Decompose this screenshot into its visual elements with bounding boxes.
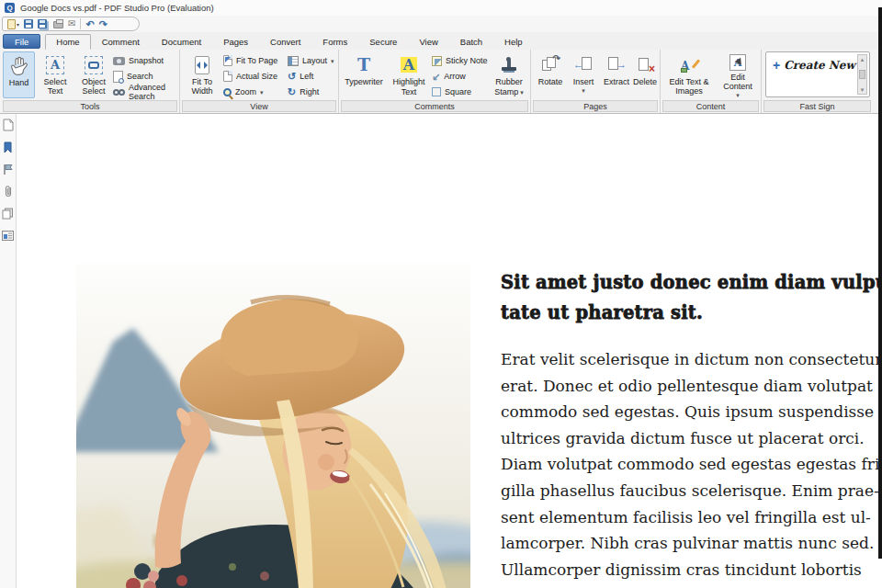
undo-button[interactable]: ↶ <box>85 17 94 30</box>
tab-view[interactable]: View <box>408 34 448 50</box>
snapshot-icon <box>113 57 125 65</box>
paperclip-icon <box>4 185 13 198</box>
layout-button[interactable]: Layout▾ <box>288 54 334 67</box>
screen-edge-strip <box>878 7 882 559</box>
rotate-right-button[interactable]: ↻Right <box>288 85 334 98</box>
group-label-fastsign: Fast Sign <box>763 100 871 112</box>
tab-help[interactable]: Help <box>493 34 534 50</box>
rotate-right-icon: ↻ <box>288 87 296 97</box>
group-label-pages: Pages <box>533 100 658 112</box>
rotate-pages-button[interactable]: ↷ Rotate <box>535 51 566 98</box>
zoom-button[interactable]: Zoom▾ <box>223 85 277 98</box>
edit-text-images-icon: A <box>681 53 697 76</box>
document-body-text: Erat velit scelerisque in dictum non con… <box>501 346 882 588</box>
delete-pages-icon: × <box>638 53 652 76</box>
view-small-column-1: Fit To Page Actual Size Zoom▾ <box>223 54 277 98</box>
comments-panel-button[interactable] <box>2 163 15 175</box>
fit-to-width-button[interactable]: Fit To Width <box>183 51 221 98</box>
select-text-icon: A <box>46 53 64 76</box>
tab-document[interactable]: Document <box>151 34 212 50</box>
email-button[interactable]: ✉ <box>68 17 75 30</box>
app-logo-icon: Q <box>5 3 15 13</box>
snapshot-button[interactable]: Snapshot <box>113 54 179 67</box>
select-text-button[interactable]: A Select Text <box>37 51 74 98</box>
tab-secure[interactable]: Secure <box>358 34 408 50</box>
document-heading: Sit amet justo donec enim diam vulpu- ta… <box>501 267 882 328</box>
chevron-down-icon: ▾ <box>260 89 264 96</box>
scroll-up-icon[interactable]: ▴ <box>861 56 865 62</box>
document-page: Sit amet justo donec enim diam vulpu- ta… <box>17 114 878 588</box>
ribbon-group-pages: ↷ Rotate ← Insert ▾ → Extract × Delete P… <box>531 50 661 113</box>
search-button[interactable]: Search <box>113 70 179 83</box>
title-bar: Q Google Docs vs.pdf - PDF Studio Pro (E… <box>0 0 882 16</box>
delete-pages-button[interactable]: × Delete <box>632 51 658 98</box>
extract-pages-button[interactable]: → Extract <box>601 51 632 98</box>
bookmarks-panel-button[interactable] <box>2 141 15 153</box>
fast-sign-panel: + Create New ▴ ▾ <box>765 51 870 97</box>
save-as-icon <box>38 19 47 28</box>
advanced-search-button[interactable]: Advanced Search <box>113 85 179 98</box>
side-panel-bar <box>0 114 17 588</box>
create-new-signature-button[interactable]: + Create New <box>773 59 855 72</box>
actual-size-button[interactable]: Actual Size <box>223 70 277 83</box>
binoculars-icon <box>113 89 125 96</box>
scroll-down-icon[interactable]: ▾ <box>861 86 865 93</box>
page-thumbnails-icon <box>3 119 14 131</box>
ribbon-group-fastsign: + Create New ▴ ▾ Fast Sign <box>762 50 873 113</box>
group-label-view: View <box>182 100 336 112</box>
square-icon <box>432 87 441 96</box>
plus-icon: + <box>773 59 780 72</box>
email-icon: ✉ <box>68 19 75 28</box>
extract-pages-icon: → <box>608 53 625 76</box>
ribbon-tab-bar: File Home Comment Document Pages Convert… <box>0 32 882 50</box>
scrollbar-thumb[interactable] <box>859 70 865 79</box>
arrow-annotation-button[interactable]: ↙Arrow <box>432 70 488 83</box>
fit-to-page-button[interactable]: Fit To Page <box>223 54 277 67</box>
object-select-button[interactable]: Object Select <box>75 51 112 98</box>
rotate-pages-icon: ↷ <box>542 53 559 76</box>
tab-comment[interactable]: Comment <box>91 34 151 50</box>
highlight-icon: A <box>401 53 417 76</box>
signatures-panel-button[interactable] <box>2 229 15 242</box>
actual-size-icon <box>223 71 232 82</box>
print-icon <box>53 21 63 28</box>
insert-pages-button[interactable]: ← Insert ▾ <box>568 51 599 98</box>
new-file-icon <box>7 19 16 29</box>
tab-home[interactable]: Home <box>45 34 90 50</box>
tab-convert[interactable]: Convert <box>259 34 311 50</box>
edit-content-button[interactable]: A Edit Content ▾ <box>716 51 760 98</box>
chevron-down-icon: ▾ <box>736 92 740 98</box>
print-button[interactable] <box>53 17 63 30</box>
save-button[interactable] <box>24 17 33 30</box>
document-photo <box>76 264 470 588</box>
layers-panel-button[interactable] <box>2 207 15 220</box>
fast-sign-scrollbar[interactable]: ▴ ▾ <box>857 54 867 95</box>
redo-button[interactable]: ↷ <box>99 17 107 30</box>
hand-tool-button[interactable]: Hand <box>3 51 35 98</box>
typewriter-button[interactable]: T Typewriter <box>342 51 386 98</box>
new-document-button[interactable]: ▾ <box>7 17 19 30</box>
insert-pages-icon: ← <box>575 53 592 76</box>
view-small-column-2: Layout▾ ↺Left ↻Right <box>288 54 334 98</box>
tab-pages[interactable]: Pages <box>212 34 259 50</box>
layout-icon <box>288 56 299 66</box>
rotate-left-button[interactable]: ↺Left <box>288 70 334 83</box>
highlight-text-button[interactable]: A Highlight Text <box>388 51 430 98</box>
sticky-note-button[interactable]: Sticky Note <box>432 54 488 67</box>
signature-icon <box>2 231 14 241</box>
save-as-button[interactable] <box>38 17 49 30</box>
attachments-panel-button[interactable] <box>2 185 15 198</box>
undo-icon: ↶ <box>85 19 94 29</box>
rubber-stamp-button[interactable]: Rubber Stamp▾ <box>489 51 529 98</box>
hand-icon <box>10 54 28 77</box>
tab-forms[interactable]: Forms <box>311 34 358 50</box>
square-annotation-button[interactable]: Square <box>432 85 488 98</box>
group-label-tools: Tools <box>3 100 177 112</box>
search-icon <box>113 71 123 83</box>
sticky-note-icon <box>432 56 442 66</box>
edit-text-images-button[interactable]: A Edit Text & Images <box>664 51 714 98</box>
group-label-comments: Comments <box>341 100 528 112</box>
tab-file[interactable]: File <box>3 34 40 49</box>
thumbnails-panel-button[interactable] <box>2 119 15 131</box>
tab-batch[interactable]: Batch <box>449 34 493 50</box>
